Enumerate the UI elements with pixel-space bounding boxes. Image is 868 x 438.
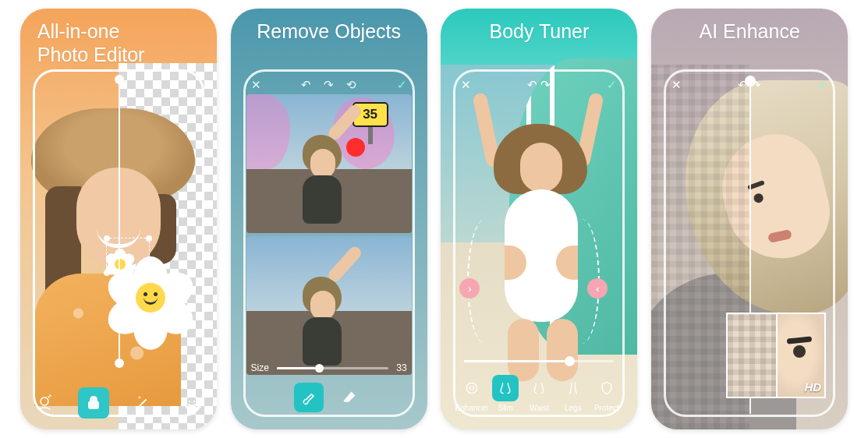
tool-waist[interactable]: Waist	[523, 375, 556, 412]
tool-stickers[interactable]	[176, 387, 207, 419]
size-value: 33	[396, 362, 406, 373]
photo-after	[246, 236, 412, 375]
tool-enhancer[interactable]: Enhancer	[455, 375, 488, 412]
tool-label: Waist	[530, 404, 549, 412]
subject-person	[292, 135, 351, 222]
intensity-slider[interactable]	[464, 360, 614, 362]
editor-top-bar: ✕ ↶ ↷ ✓	[671, 77, 827, 93]
redo-icon[interactable]: ↷	[324, 78, 334, 92]
slider-knob[interactable]	[315, 364, 324, 373]
inset-before	[728, 314, 776, 397]
svg-point-0	[41, 397, 48, 405]
screenshot-all-in-one: All-in-one Photo Editor Remove BG	[20, 9, 217, 429]
apply-icon[interactable]: ✓	[607, 78, 617, 92]
redo-icon[interactable]: ↷	[751, 78, 761, 91]
card-title: All-in-one Photo Editor	[20, 19, 217, 66]
tool-brush[interactable]	[294, 383, 324, 412]
photo-before: 35	[246, 94, 412, 233]
hd-badge: HD	[805, 380, 822, 394]
screenshot-ai-enhance: AI Enhance ✕ ↶ ↷ ✓ HD	[651, 9, 848, 429]
tool-label: Legs	[565, 404, 582, 412]
remove-tools	[231, 383, 427, 412]
tool-eraser[interactable]	[335, 383, 364, 412]
svg-point-4	[466, 383, 477, 393]
tool-label: Protect	[594, 404, 619, 412]
close-icon[interactable]: ✕	[671, 78, 682, 92]
tool-legs[interactable]: Legs	[556, 375, 590, 412]
reset-icon[interactable]: ⟲	[346, 78, 356, 92]
card-title: Body Tuner	[441, 19, 637, 43]
close-icon[interactable]: ✕	[461, 78, 471, 92]
flower-sticker[interactable]	[114, 261, 187, 334]
body-tools: Enhancer Slim Waist Legs Protect	[441, 375, 637, 412]
svg-point-2	[189, 401, 190, 402]
inset-divider	[776, 314, 778, 397]
apply-icon[interactable]: ✓	[817, 78, 827, 92]
undo-icon[interactable]: ↶	[301, 78, 311, 92]
svg-point-1	[185, 396, 199, 410]
screenshot-body-tuner: › ‹ Body Tuner ✕ ↶ ↷ ✓ Enhancer Slim Wai…	[441, 9, 637, 429]
tool-remove-bg[interactable]	[78, 387, 109, 419]
card-title: Remove Objects	[231, 19, 427, 43]
slider-track[interactable]	[277, 367, 388, 369]
bottom-toolbar	[20, 376, 217, 429]
close-icon[interactable]: ✕	[251, 78, 261, 92]
size-label: Size	[251, 362, 269, 373]
screenshot-remove-objects: Remove Objects ✕ ↶ ↷ ⟲ ✓ 35	[231, 9, 427, 429]
tool-magic-wand[interactable]	[127, 387, 158, 419]
editor-top-bar: ✕ ↶ ↷ ✓	[461, 77, 617, 93]
scene	[20, 9, 217, 429]
tool-label: Slim	[498, 404, 512, 412]
tool-face-retouch[interactable]	[29, 387, 60, 419]
brush-size-slider[interactable]: Size 33	[251, 362, 407, 373]
editor-top-bar: ✕ ↶ ↷ ⟲ ✓	[251, 77, 407, 93]
compare-divider[interactable]	[119, 76, 120, 367]
subject-person	[292, 277, 351, 364]
apply-icon[interactable]: ✓	[397, 78, 407, 92]
tool-slim[interactable]: Slim	[489, 375, 523, 412]
before-after-stack: 35	[246, 94, 412, 375]
slider-knob[interactable]	[565, 356, 575, 366]
svg-point-3	[193, 401, 195, 402]
card-title: AI Enhance	[651, 19, 848, 43]
tool-label: Enhancer	[455, 404, 489, 412]
redo-icon[interactable]: ↷	[540, 78, 551, 91]
tool-protect[interactable]: Protect	[590, 375, 623, 412]
undo-icon[interactable]: ↶	[527, 78, 537, 91]
undo-icon[interactable]: ↶	[738, 78, 748, 91]
